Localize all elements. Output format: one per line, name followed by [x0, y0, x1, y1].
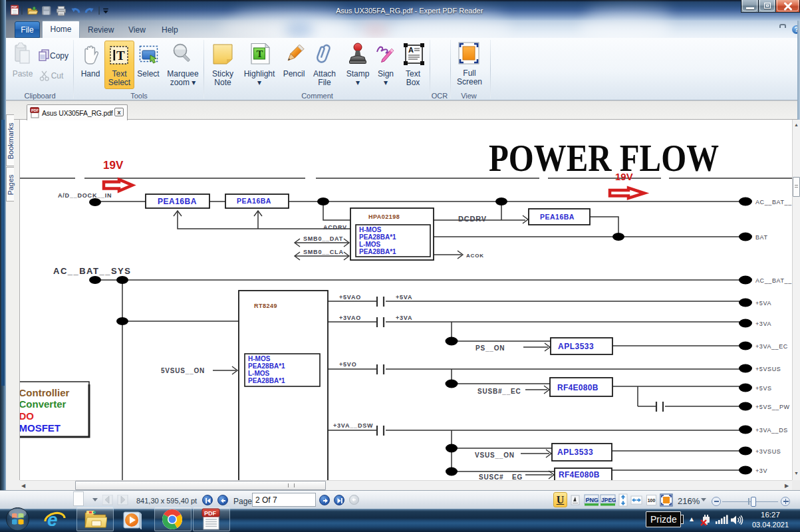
svg-text:RT8249: RT8249	[254, 303, 277, 309]
svg-text:PNG: PNG	[586, 497, 599, 503]
svg-text:BAT: BAT	[755, 234, 768, 241]
svg-text:Converter: Converter	[20, 398, 67, 410]
svg-text:L-MOS: L-MOS	[248, 370, 270, 377]
svg-text:PDF: PDF	[204, 510, 217, 517]
svg-text:+5VO: +5VO	[339, 361, 356, 368]
svg-text:L-MOS: L-MOS	[359, 241, 381, 248]
svg-text:VSUS__ON: VSUS__ON	[475, 452, 515, 459]
svg-text:+3V: +3V	[755, 467, 767, 474]
svg-text:MOSFET: MOSFET	[20, 422, 61, 434]
svg-text:T: T	[116, 49, 125, 63]
svg-text:+5VAO: +5VAO	[339, 294, 361, 301]
svg-text:+5VS__PW: +5VS__PW	[755, 404, 790, 410]
svg-text:+5VA: +5VA	[396, 294, 412, 301]
svg-text:+3VSUS: +3VSUS	[755, 448, 781, 455]
svg-text:PEA28BA*1: PEA28BA*1	[248, 362, 285, 370]
svg-text:AC__BAT__SYS: AC__BAT__SYS	[53, 266, 131, 276]
svg-text:PS__ON: PS__ON	[475, 344, 505, 352]
svg-text:H-MOS: H-MOS	[359, 226, 382, 233]
svg-text:APL3533: APL3533	[558, 342, 594, 351]
svg-text:SUSC#__EG: SUSC#__EG	[479, 473, 523, 480]
svg-text:HPA02198: HPA02198	[368, 213, 400, 220]
svg-text:PDF: PDF	[31, 108, 39, 112]
svg-text:ACOK: ACOK	[466, 253, 484, 259]
svg-text:ACDRV: ACDRV	[323, 224, 347, 231]
svg-text:+3VA__DSW: +3VA__DSW	[333, 422, 373, 429]
svg-text:Controllier: Controllier	[20, 387, 69, 398]
svg-text:5VSUS__ON: 5VSUS__ON	[161, 367, 205, 374]
svg-text:T: T	[257, 49, 263, 59]
svg-text:AC__BAT__S: AC__BAT__S	[755, 277, 792, 284]
svg-text:SMB0__DAT: SMB0__DAT	[303, 235, 343, 242]
svg-text:+3VA__EC: +3VA__EC	[755, 343, 788, 350]
svg-text:POWER FLOW: POWER FLOW	[489, 137, 719, 179]
svg-text:PDF: PDF	[11, 5, 17, 9]
svg-text:+5VS: +5VS	[755, 385, 772, 392]
svg-text:19V: 19V	[615, 171, 633, 182]
svg-text:PEA16BA: PEA16BA	[158, 197, 197, 206]
svg-text:AC__BAT__S: AC__BAT__S	[755, 199, 792, 205]
svg-text:JPEG: JPEG	[601, 497, 616, 503]
svg-text:APL3533: APL3533	[557, 448, 593, 457]
svg-text:+3VAO: +3VAO	[339, 315, 361, 321]
svg-text:SMB0__CLA: SMB0__CLA	[303, 249, 344, 255]
svg-text:PEA16BA: PEA16BA	[540, 213, 575, 221]
svg-text:+3VA: +3VA	[396, 315, 412, 321]
svg-text:SUSB#__EC: SUSB#__EC	[477, 388, 521, 395]
svg-text:+5VSUS: +5VSUS	[755, 366, 781, 372]
svg-text:19V: 19V	[103, 159, 124, 172]
svg-text:PEA16BA: PEA16BA	[237, 197, 271, 205]
svg-text:RF4E080B: RF4E080B	[557, 383, 599, 392]
svg-text:+3VA__DS: +3VA__DS	[755, 427, 788, 434]
svg-text:DCDRV: DCDRV	[458, 215, 487, 223]
svg-text:RF4E080B: RF4E080B	[559, 470, 600, 479]
svg-text:PEA28BA*1: PEA28BA*1	[359, 233, 396, 241]
svg-text:+3VA: +3VA	[755, 321, 771, 327]
svg-text:A/D__DOCK__IN: A/D__DOCK__IN	[58, 192, 112, 199]
svg-text:PEA28BA*1: PEA28BA*1	[359, 248, 396, 255]
svg-text:+5VA: +5VA	[755, 300, 771, 307]
svg-text:PEA28BA*1: PEA28BA*1	[248, 377, 285, 384]
svg-text:DO: DO	[20, 410, 34, 422]
svg-text:A: A	[408, 46, 414, 54]
svg-text:H-MOS: H-MOS	[248, 355, 271, 362]
